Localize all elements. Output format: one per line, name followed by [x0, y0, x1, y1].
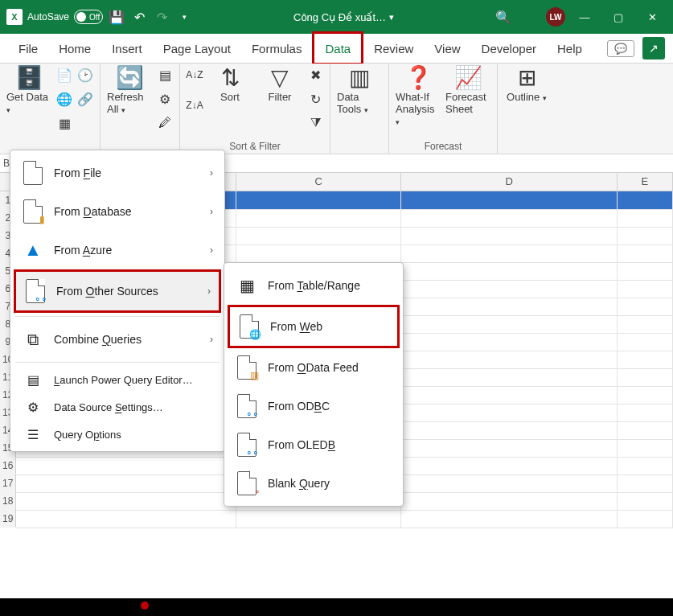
- cell[interactable]: [618, 386, 673, 405]
- filter-button[interactable]: ▽ Filter: [257, 67, 302, 103]
- submenu-from-odbc[interactable]: ∘∘ From ODBC: [228, 387, 400, 425]
- col-header-E[interactable]: E: [618, 173, 673, 191]
- cell[interactable]: [618, 351, 673, 369]
- row-header[interactable]: 16: [0, 457, 16, 474]
- cell[interactable]: [618, 298, 673, 316]
- cell[interactable]: [16, 474, 236, 493]
- menu-from-other-sources[interactable]: ∘∘ From Other Sources ›: [14, 269, 221, 313]
- tab-data[interactable]: Data: [312, 31, 363, 65]
- cell[interactable]: [401, 298, 618, 316]
- cell[interactable]: [401, 421, 618, 440]
- recent-sources-icon[interactable]: 🕑: [77, 67, 93, 83]
- reapply-icon[interactable]: ↻: [307, 91, 323, 107]
- submenu-blank-query[interactable]: ▫ Blank Query: [228, 464, 400, 503]
- tab-developer[interactable]: Developer: [471, 34, 547, 63]
- cell[interactable]: [401, 244, 618, 263]
- cell[interactable]: [401, 474, 618, 493]
- queries-connections-icon[interactable]: ▤: [157, 67, 173, 83]
- tab-formulas[interactable]: Formulas: [241, 34, 313, 63]
- clear-filter-icon[interactable]: ✖: [307, 67, 323, 83]
- menu-launch-pqe[interactable]: ▤ Launch Power Query Editor…: [14, 366, 221, 393]
- cell[interactable]: [16, 492, 236, 511]
- menu-data-source-settings[interactable]: ⚙ Data Source Settings…: [14, 393, 221, 421]
- cell[interactable]: [401, 280, 618, 298]
- cell[interactable]: [618, 280, 673, 298]
- cell[interactable]: [401, 368, 618, 387]
- cell[interactable]: [236, 244, 401, 263]
- qat-dropdown-icon[interactable]: ▾: [175, 8, 193, 26]
- get-data-button[interactable]: 🗄️ Get Data ▾: [6, 67, 51, 115]
- cell[interactable]: [401, 351, 618, 369]
- cell[interactable]: [618, 510, 673, 528]
- cell[interactable]: [401, 227, 618, 245]
- cell[interactable]: [236, 227, 401, 245]
- redo-icon[interactable]: ↷: [153, 8, 170, 26]
- cell[interactable]: [236, 209, 401, 228]
- submenu-from-oledb[interactable]: ∘∘ From OLEDB: [228, 425, 400, 464]
- undo-icon[interactable]: ↶: [130, 8, 148, 26]
- tab-help[interactable]: Help: [547, 34, 593, 63]
- submenu-from-web[interactable]: 🌐 From Web: [228, 305, 400, 348]
- cell[interactable]: [618, 421, 673, 440]
- advanced-filter-icon[interactable]: ⧩: [307, 115, 323, 131]
- cell[interactable]: [618, 227, 673, 245]
- menu-from-file[interactable]: From From FileFile ›: [14, 154, 221, 192]
- tab-review[interactable]: Review: [363, 34, 424, 63]
- tab-home[interactable]: Home: [48, 34, 101, 63]
- sort-asc-icon[interactable]: A↓Z: [187, 67, 203, 83]
- window-minimize-button[interactable]: —: [570, 4, 599, 30]
- edit-links-icon[interactable]: 🖉: [157, 115, 173, 131]
- cell[interactable]: [618, 368, 673, 387]
- cell[interactable]: [618, 244, 673, 263]
- menu-from-azure[interactable]: ▲ From Azure ›: [14, 231, 221, 269]
- cell[interactable]: [401, 333, 618, 351]
- cell[interactable]: [401, 262, 618, 281]
- cell[interactable]: [618, 457, 673, 475]
- cell[interactable]: [236, 510, 401, 528]
- cell[interactable]: [401, 404, 618, 422]
- cell[interactable]: [236, 191, 401, 210]
- from-table-mini-icon[interactable]: ▦: [56, 115, 72, 131]
- properties-icon[interactable]: ⚙: [157, 91, 173, 107]
- submenu-from-odata[interactable]: ▥ From OData Feed: [228, 348, 400, 387]
- cell[interactable]: [401, 386, 618, 405]
- from-web-mini-icon[interactable]: 🌐: [56, 91, 72, 107]
- window-close-button[interactable]: ✕: [638, 4, 667, 30]
- cell[interactable]: [401, 439, 618, 458]
- data-tools-button[interactable]: ▥ Data Tools ▾: [337, 67, 382, 115]
- cell[interactable]: [401, 510, 618, 528]
- cell[interactable]: [618, 439, 673, 458]
- refresh-all-button[interactable]: 🔄 Refresh All ▾: [107, 67, 152, 115]
- cell[interactable]: [401, 315, 618, 334]
- row-header[interactable]: 18: [0, 492, 16, 510]
- cell[interactable]: [618, 492, 673, 511]
- row[interactable]: 19: [0, 510, 673, 528]
- row-header[interactable]: 17: [0, 474, 16, 492]
- col-header-C[interactable]: C: [236, 173, 401, 191]
- submenu-from-table-range[interactable]: ▦ From Table/Range: [228, 266, 400, 305]
- cell[interactable]: [618, 333, 673, 351]
- forecast-sheet-button[interactable]: 📈 Forecast Sheet: [445, 67, 490, 115]
- what-if-button[interactable]: ❓ What-If Analysis ▾: [396, 67, 441, 127]
- tab-insert[interactable]: Insert: [101, 34, 153, 63]
- cell[interactable]: [401, 209, 618, 228]
- existing-connections-icon[interactable]: 🔗: [77, 91, 93, 107]
- sort-desc-icon[interactable]: Z↓A: [187, 97, 203, 113]
- document-title[interactable]: Công Cụ Đề xuất… ▾: [293, 11, 394, 23]
- comments-button[interactable]: 💬: [607, 40, 634, 57]
- tab-file[interactable]: File: [8, 34, 48, 63]
- cell[interactable]: [618, 191, 673, 210]
- sort-button[interactable]: ⇅ Sort: [207, 67, 252, 103]
- autosave-toggle[interactable]: AutoSave Off: [27, 10, 103, 24]
- cell[interactable]: [16, 457, 236, 475]
- menu-query-options[interactable]: ☰ Query Options: [14, 421, 221, 448]
- cell[interactable]: [618, 315, 673, 334]
- cell[interactable]: [401, 492, 618, 511]
- cell[interactable]: [401, 191, 618, 210]
- menu-combine-queries[interactable]: ⧉ Combine Queries ›: [14, 320, 221, 359]
- search-icon[interactable]: 🔍: [494, 8, 512, 26]
- share-button[interactable]: ↗: [642, 37, 665, 60]
- name-box[interactable]: B: [3, 158, 10, 169]
- user-avatar[interactable]: LW: [546, 7, 565, 27]
- cell[interactable]: [618, 404, 673, 422]
